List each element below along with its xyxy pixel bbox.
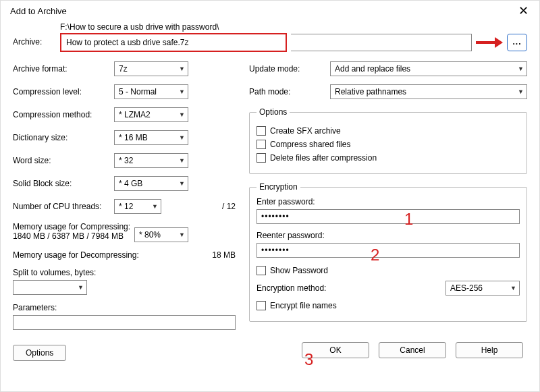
show-password-label: Show Password bbox=[270, 266, 328, 275]
annotation-3: 3 bbox=[304, 350, 313, 369]
chevron-down-icon: ▼ bbox=[176, 111, 185, 118]
encrypt-filenames-label: Encrypt file names bbox=[270, 301, 337, 310]
chevron-down-icon: ▼ bbox=[176, 157, 185, 164]
path-mode-value: Relative pathnames bbox=[335, 87, 515, 96]
options-button[interactable]: Options bbox=[13, 345, 66, 361]
archive-label: Archive: bbox=[13, 37, 42, 47]
mem-decomp-label: Memory usage for Decompressing: bbox=[13, 250, 161, 260]
update-mode-label: Update mode: bbox=[249, 64, 330, 74]
mem-comp-detail: 1840 MB / 6387 MB / 7984 MB bbox=[13, 231, 134, 241]
sfx-label: Create SFX archive bbox=[270, 126, 341, 136]
dictionary-size-value: * 16 MB bbox=[119, 133, 176, 142]
parameters-input[interactable] bbox=[13, 315, 236, 330]
help-button[interactable]: Help bbox=[456, 342, 523, 358]
format-label: Archive format: bbox=[13, 64, 114, 74]
compression-method-select[interactable]: * LZMA2 ▼ bbox=[114, 107, 188, 122]
compression-method-value: * LZMA2 bbox=[119, 110, 176, 119]
path-mode-select[interactable]: Relative pathnames ▼ bbox=[330, 84, 527, 99]
browse-button[interactable]: ... bbox=[507, 34, 527, 51]
chevron-down-icon: ▼ bbox=[515, 65, 524, 72]
solid-block-select[interactable]: * 4 GB ▼ bbox=[114, 176, 188, 191]
options-group-label: Options bbox=[256, 107, 290, 117]
chevron-down-icon: ▼ bbox=[75, 284, 84, 291]
chevron-down-icon: ▼ bbox=[176, 88, 185, 95]
archive-folder-path: F:\How to secure a usb drive with passwo… bbox=[60, 22, 527, 32]
encryption-method-value: AES-256 bbox=[450, 283, 508, 293]
cancel-button[interactable]: Cancel bbox=[379, 342, 446, 358]
archive-format-value: 7z bbox=[119, 64, 176, 74]
chevron-down-icon: ▼ bbox=[508, 285, 516, 291]
enter-password-input[interactable] bbox=[256, 209, 520, 224]
threads-label: Number of CPU threads: bbox=[13, 202, 114, 211]
archive-name-highlight bbox=[60, 33, 287, 52]
split-volumes-select[interactable]: ▼ bbox=[13, 280, 87, 295]
compression-level-value: 5 - Normal bbox=[119, 87, 176, 96]
chevron-down-icon: ▼ bbox=[515, 88, 524, 95]
mem-comp-label: Memory usage for Compressing: bbox=[13, 222, 134, 231]
update-mode-select[interactable]: Add and replace files ▼ bbox=[330, 61, 527, 76]
annotation-2: 2 bbox=[371, 246, 379, 264]
mem-pct-value: * 80% bbox=[139, 230, 176, 240]
reenter-password-input[interactable] bbox=[256, 243, 520, 258]
archive-format-select[interactable]: 7z ▼ bbox=[114, 61, 188, 76]
shared-checkbox[interactable] bbox=[256, 140, 266, 149]
chevron-down-icon: ▼ bbox=[176, 134, 185, 141]
show-password-checkbox[interactable] bbox=[256, 266, 266, 275]
level-label: Compression level: bbox=[13, 87, 114, 96]
encrypt-filenames-checkbox[interactable] bbox=[256, 301, 266, 310]
enter-password-label: Enter password: bbox=[256, 197, 520, 206]
chevron-down-icon: ▼ bbox=[176, 231, 185, 238]
path-mode-label: Path mode: bbox=[249, 87, 330, 96]
sfx-checkbox[interactable] bbox=[256, 126, 266, 136]
word-label: Word size: bbox=[13, 156, 114, 165]
annotation-1: 1 bbox=[404, 210, 413, 229]
options-group: Options Create SFX archive Compress shar… bbox=[249, 107, 527, 174]
delete-label: Delete files after compression bbox=[270, 153, 377, 163]
encryption-group-label: Encryption bbox=[256, 182, 300, 192]
encryption-method-label: Encryption method: bbox=[256, 283, 326, 293]
method-label: Compression method: bbox=[13, 110, 114, 119]
dictionary-size-select[interactable]: * 16 MB ▼ bbox=[114, 130, 188, 145]
chevron-down-icon: ▼ bbox=[149, 203, 158, 210]
cpu-threads-select[interactable]: * 12 ▼ bbox=[114, 199, 161, 214]
chevron-down-icon: ▼ bbox=[176, 65, 185, 72]
delete-checkbox[interactable] bbox=[256, 153, 266, 163]
annotation-arrow bbox=[476, 38, 503, 47]
word-size-select[interactable]: * 32 ▼ bbox=[114, 153, 188, 168]
encryption-group: Encryption Enter password: Reenter passw… bbox=[249, 182, 527, 322]
chevron-down-icon: ▼ bbox=[176, 180, 185, 187]
encryption-method-select[interactable]: AES-256 ▼ bbox=[446, 281, 520, 296]
block-label: Solid Block size: bbox=[13, 179, 114, 188]
compression-level-select[interactable]: 5 - Normal ▼ bbox=[114, 84, 188, 99]
archive-name-input[interactable] bbox=[62, 35, 285, 50]
cpu-threads-total: / 12 bbox=[161, 202, 236, 211]
mem-pct-select[interactable]: * 80% ▼ bbox=[134, 227, 188, 242]
shared-label: Compress shared files bbox=[270, 140, 350, 149]
params-label: Parameters: bbox=[13, 303, 57, 312]
split-label: Split to volumes, bytes: bbox=[13, 268, 96, 277]
update-mode-value: Add and replace files bbox=[335, 64, 515, 74]
cpu-threads-value: * 12 bbox=[119, 202, 149, 211]
word-size-value: * 32 bbox=[119, 156, 176, 165]
dict-label: Dictionary size: bbox=[13, 133, 114, 142]
mem-decomp-value: 18 MB bbox=[161, 250, 236, 260]
solid-block-value: * 4 GB bbox=[119, 179, 176, 188]
window-title: Add to Archive bbox=[10, 6, 67, 16]
reenter-password-label: Reenter password: bbox=[256, 231, 520, 240]
archive-name-tail bbox=[291, 34, 472, 51]
close-icon[interactable]: ✕ bbox=[514, 5, 533, 17]
